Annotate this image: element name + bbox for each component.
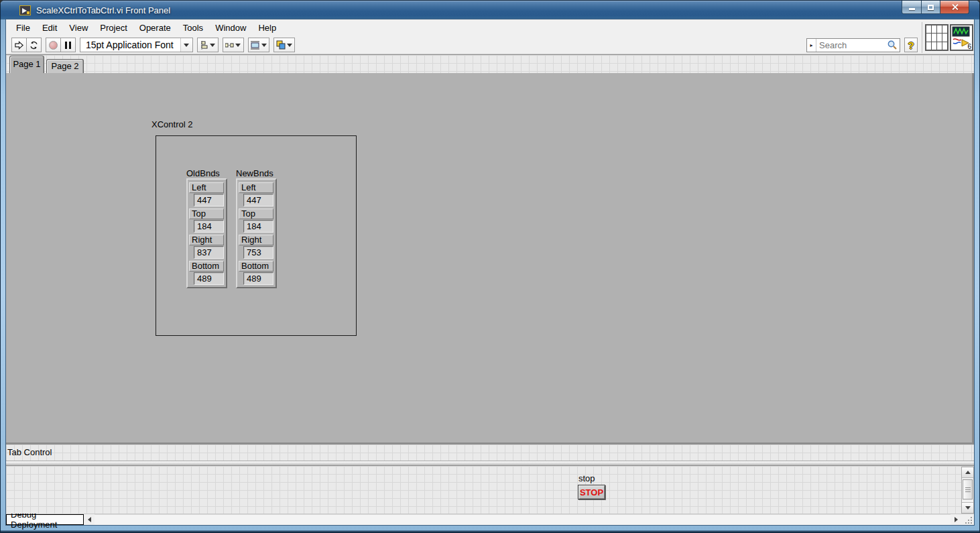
pause-icon bbox=[65, 42, 71, 49]
tab-control-page: XControl 2 OldBnds NewBnds Left 447 Top … bbox=[6, 73, 974, 445]
field-label-bottom: Bottom bbox=[239, 261, 273, 272]
search-box[interactable]: ▸ bbox=[806, 38, 900, 52]
window-title: ScaleXCtrlToTabCtrl.vi Front Panel bbox=[36, 5, 170, 15]
xcontrol-label: XControl 2 bbox=[151, 119, 192, 129]
cluster-newbnds: Left 447 Top 184 Right 753 Bottom 489 bbox=[236, 178, 277, 288]
vertical-scroll-thumb[interactable] bbox=[963, 479, 973, 499]
field-value-bottom: 489 bbox=[243, 272, 273, 285]
run-arrow-icon bbox=[14, 40, 24, 50]
reorder-icon bbox=[276, 40, 286, 50]
chevron-down-icon bbox=[210, 44, 215, 47]
field-value-left: 447 bbox=[194, 194, 224, 206]
thumb-grip-icon bbox=[965, 487, 971, 492]
maximize-icon bbox=[928, 5, 934, 10]
field-value-bottom: 489 bbox=[194, 272, 224, 285]
tab-page-2[interactable]: Page 2 bbox=[46, 59, 84, 73]
field-label-top: Top bbox=[239, 209, 273, 219]
scroll-right-button[interactable] bbox=[951, 514, 961, 525]
distribute-objects-icon bbox=[225, 41, 234, 50]
horizontal-scroll-track[interactable] bbox=[95, 514, 951, 525]
search-icon bbox=[887, 40, 898, 50]
run-continuously-button[interactable] bbox=[26, 38, 42, 52]
titlebar[interactable]: ScaleXCtrlToTabCtrl.vi Front Panel bbox=[1, 1, 979, 19]
close-icon bbox=[951, 3, 959, 11]
field-value-top: 184 bbox=[243, 220, 273, 233]
field-label-top: Top bbox=[189, 209, 224, 219]
menu-help[interactable]: Help bbox=[252, 21, 282, 35]
search-history-arrow[interactable]: ▸ bbox=[807, 39, 816, 52]
align-objects-button[interactable] bbox=[197, 38, 219, 52]
window-chrome: File Edit View Project Operate Tools Win… bbox=[6, 19, 974, 54]
tab-control-caption: Tab Control bbox=[7, 447, 52, 457]
client-area: File Edit View Project Operate Tools Win… bbox=[6, 19, 974, 525]
arrow-right-icon bbox=[955, 517, 958, 522]
tab-page-2-label: Page 2 bbox=[51, 61, 78, 71]
menu-tools[interactable]: Tools bbox=[177, 21, 209, 35]
tab-control-caption-strip: Tab Control bbox=[6, 445, 974, 461]
scroll-up-button[interactable] bbox=[962, 467, 973, 478]
menubar: File Edit View Project Operate Tools Win… bbox=[6, 19, 974, 36]
close-button[interactable] bbox=[940, 1, 969, 14]
scroll-left-button[interactable] bbox=[84, 514, 95, 525]
tab-page-1[interactable]: Page 1 bbox=[9, 56, 44, 73]
resize-grip[interactable] bbox=[961, 514, 974, 525]
cluster-newbnds-label: NewBnds bbox=[236, 168, 273, 178]
reorder-button[interactable] bbox=[273, 38, 295, 52]
connector-pane-icon[interactable] bbox=[925, 24, 948, 51]
cluster-oldbnds: Left 447 Top 184 Right 837 Bottom 489 bbox=[186, 178, 227, 288]
menu-operate[interactable]: Operate bbox=[133, 21, 177, 35]
run-button[interactable] bbox=[11, 38, 27, 52]
stop-button[interactable]: STOP bbox=[578, 485, 605, 499]
chevron-down-icon bbox=[261, 44, 267, 47]
vertical-scrollbar[interactable] bbox=[961, 467, 974, 514]
menu-edit[interactable]: Edit bbox=[36, 21, 63, 35]
menu-view[interactable]: View bbox=[63, 21, 94, 35]
menu-file[interactable]: File bbox=[10, 21, 36, 35]
chevron-down-icon bbox=[235, 44, 241, 47]
abort-button[interactable] bbox=[46, 38, 61, 52]
vi-icon-badge: 6 bbox=[967, 43, 971, 50]
arrow-left-icon bbox=[88, 517, 91, 522]
resize-objects-icon bbox=[251, 41, 260, 50]
field-value-right: 837 bbox=[194, 246, 224, 259]
search-input[interactable] bbox=[816, 40, 887, 50]
connector-grid-icon bbox=[926, 25, 948, 50]
field-label-bottom: Bottom bbox=[189, 261, 224, 272]
field-value-left: 447 bbox=[243, 194, 273, 206]
scroll-down-button[interactable] bbox=[962, 502, 973, 513]
context-help-button[interactable]: ? bbox=[904, 38, 918, 52]
front-panel-top-strip: Page 1 Page 2 bbox=[6, 54, 974, 73]
font-selector-arrow[interactable] bbox=[180, 38, 192, 52]
minimize-button[interactable] bbox=[902, 1, 922, 14]
menu-project[interactable]: Project bbox=[94, 21, 133, 35]
field-value-top: 184 bbox=[194, 220, 224, 233]
maximize-button[interactable] bbox=[921, 1, 940, 14]
font-selector-value: 15pt Application Font bbox=[80, 38, 180, 52]
labview-front-panel-window: ScaleXCtrlToTabCtrl.vi Front Panel File … bbox=[0, 0, 980, 533]
execution-target-selector[interactable]: Debug Deployment bbox=[6, 514, 84, 525]
horizontal-splitter[interactable] bbox=[6, 461, 974, 466]
field-label-right: Right bbox=[239, 235, 273, 245]
stop-button-text: STOP bbox=[580, 487, 603, 497]
tab-page-1-label: Page 1 bbox=[13, 59, 40, 69]
corner-icon-pane: 6 bbox=[922, 22, 973, 53]
font-selector[interactable]: 15pt Application Font bbox=[80, 38, 193, 52]
chevron-down-icon bbox=[184, 44, 189, 47]
field-label-right: Right bbox=[189, 235, 224, 245]
resize-objects-button[interactable] bbox=[248, 38, 269, 52]
help-icon: ? bbox=[908, 40, 914, 51]
align-objects-icon bbox=[200, 41, 208, 50]
menu-window[interactable]: Window bbox=[209, 21, 252, 35]
vi-icon[interactable]: 6 bbox=[950, 24, 973, 51]
vi-app-icon[interactable] bbox=[19, 5, 31, 15]
bottom-pane: stop STOP bbox=[6, 466, 974, 514]
field-label-left: Left bbox=[239, 182, 273, 193]
distribute-objects-button[interactable] bbox=[223, 38, 244, 52]
chevron-down-icon bbox=[287, 44, 292, 47]
run-continuously-icon bbox=[29, 40, 39, 50]
pause-button[interactable] bbox=[60, 38, 76, 52]
field-label-left: Left bbox=[189, 182, 224, 193]
toolbar: 15pt Application Font bbox=[6, 36, 974, 54]
window-controls bbox=[902, 1, 969, 14]
arrow-up-icon bbox=[965, 471, 971, 474]
